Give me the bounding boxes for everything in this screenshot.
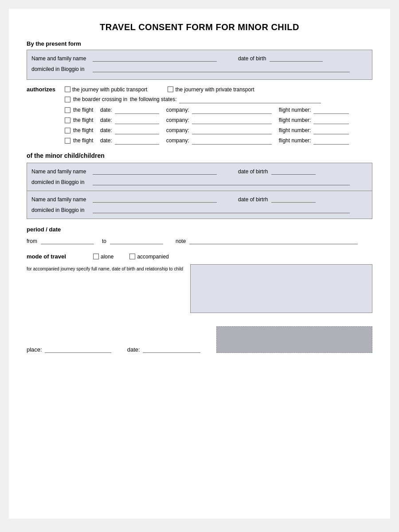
period-row: from to note: [27, 236, 372, 244]
place-group: place:: [27, 345, 111, 353]
from-input[interactable]: [41, 236, 94, 244]
child-2-name-row: Name and family name date of birtrh: [31, 195, 368, 203]
flight-4-company-input[interactable]: [192, 137, 272, 145]
flight-2-date-label: date:: [100, 117, 112, 123]
flight-4-flightnum-input[interactable]: [313, 137, 349, 145]
flight-2-flightnum-input[interactable]: [313, 116, 349, 124]
flight-3-date-label: date:: [100, 127, 112, 133]
flight-1-company-label: company:: [166, 107, 189, 113]
child-1-name-input[interactable]: [93, 167, 217, 175]
flight-1-checkbox[interactable]: [65, 107, 70, 113]
parent-domicile-row: domiciled in Bioggio in: [31, 64, 368, 72]
child-1-dob-input[interactable]: [271, 167, 316, 175]
signature-box: [216, 326, 372, 353]
child-2-dob-label: date of birtrh: [238, 196, 268, 203]
flight-1-flightnum-label: flight number:: [279, 107, 311, 113]
flight-1-date-label: date:: [100, 107, 112, 113]
accompanied-label: accompanied: [137, 254, 168, 260]
parent-name-input[interactable]: [93, 54, 217, 62]
flight-1-label: the flight: [73, 107, 98, 113]
mode-of-travel-section: mode of travel alone accompanied: [27, 253, 372, 260]
child-1-dob-label: date of birtrh: [238, 168, 268, 175]
flight-2-date-input[interactable]: [115, 116, 159, 124]
note-label: note: [176, 238, 186, 244]
flight-2-company-input[interactable]: [192, 116, 272, 124]
following-states-label: the following states:: [130, 96, 176, 102]
border-crossing-checkbox[interactable]: [65, 97, 70, 102]
note-input[interactable]: [189, 236, 358, 244]
from-label: from: [27, 238, 37, 244]
flight-3-flightnum-input[interactable]: [313, 126, 349, 134]
child-boxes: Name and family name date of birtrh domi…: [27, 163, 372, 219]
flight-4-company-label: company:: [166, 137, 189, 144]
states-input[interactable]: [179, 95, 321, 103]
child-1-name-label: Name and family name: [31, 168, 89, 175]
child-2-domicile-row: domiciled in Bioggio in: [31, 205, 368, 213]
bottom-section: place: date:: [27, 326, 372, 353]
child-2-domicile-label: domiciled in Bioggio in: [31, 207, 89, 213]
child-2-domicile-input[interactable]: [93, 205, 350, 213]
public-transport-checkbox[interactable]: [65, 86, 70, 92]
accompanied-section: for accompanied journey specify full nam…: [27, 264, 372, 313]
mode-title: mode of travel: [27, 253, 84, 260]
alone-option: alone: [93, 254, 113, 260]
child-2-name-label: Name and family name: [31, 196, 89, 203]
public-transport-label: the journey with public transport: [72, 86, 147, 93]
accompanied-checkbox[interactable]: [129, 254, 135, 259]
place-input[interactable]: [45, 345, 111, 353]
flight-1-flightnum-input[interactable]: [313, 106, 349, 114]
child-1-name-row: Name and family name date of birtrh: [31, 167, 368, 175]
child-1-box: Name and family name date of birtrh domi…: [27, 163, 372, 191]
to-input[interactable]: [110, 236, 163, 244]
parent-name-label: Name and family name: [31, 55, 89, 62]
flight-2-checkbox[interactable]: [65, 117, 70, 123]
child-1-domicile-label: domiciled in Bioggio in: [31, 179, 89, 185]
flight-row-1: the flight date: company: flight number:: [65, 106, 372, 114]
page: TRAVEL CONSENT FORM FOR MINOR CHILD By t…: [9, 9, 390, 519]
flight-4-label: the flight: [73, 137, 98, 144]
child-2-dob-input[interactable]: [271, 195, 316, 203]
accompanied-option: accompanied: [129, 254, 168, 260]
flight-3-flightnum-label: flight number:: [279, 127, 311, 133]
date-label: date:: [127, 346, 140, 353]
flight-1-company-input[interactable]: [192, 106, 272, 114]
public-transport-option: the journey with public transport: [65, 86, 147, 93]
parent-dob-input[interactable]: [270, 54, 323, 62]
parent-name-row: Name and family name date of birth: [31, 54, 368, 62]
flight-4-checkbox[interactable]: [65, 138, 70, 144]
private-transport-checkbox[interactable]: [168, 86, 173, 92]
by-present-form-label: By the present form: [27, 40, 372, 47]
flight-row-4: the flight date: company: flight number:: [65, 137, 372, 145]
flight-2-company-label: company:: [166, 117, 189, 123]
parent-dob-label: date of birth: [238, 55, 266, 62]
flight-2-label: the flight: [73, 117, 98, 123]
period-section: period / date from to note: [27, 226, 372, 244]
child-1-domicile-input[interactable]: [93, 177, 350, 185]
to-label: to: [102, 238, 106, 244]
private-transport-label: the journery with private transport: [175, 86, 254, 93]
alone-checkbox[interactable]: [93, 254, 99, 259]
flight-1-date-input[interactable]: [115, 106, 159, 114]
flight-3-company-label: company:: [166, 127, 189, 133]
parent-domicile-input[interactable]: [93, 64, 350, 72]
flight-row-3: the flight date: company: flight number:: [65, 126, 372, 134]
flight-4-flightnum-label: flight number:: [279, 137, 311, 144]
child-1-domicile-row: domiciled in Bioggio in: [31, 177, 368, 185]
flight-3-checkbox[interactable]: [65, 128, 70, 133]
flight-4-date-input[interactable]: [115, 137, 159, 145]
place-label: place:: [27, 346, 42, 353]
alone-label: alone: [101, 254, 113, 260]
parent-info-box: Name and family name date of birth domic…: [27, 50, 372, 80]
authorizes-section: authorizes the journey with public trans…: [27, 86, 372, 147]
date-group: date:: [127, 345, 200, 353]
date-input[interactable]: [143, 345, 200, 353]
child-2-name-input[interactable]: [93, 195, 217, 203]
private-transport-option: the journery with private transport: [168, 86, 254, 93]
accompanied-textarea[interactable]: [190, 264, 372, 313]
authorizes-label: authorizes: [27, 86, 62, 93]
flight-3-company-input[interactable]: [192, 126, 272, 134]
flight-3-date-input[interactable]: [115, 126, 159, 134]
flight-2-flightnum-label: flight number:: [279, 117, 311, 123]
child-2-box: Name and family name date of birtrh domi…: [27, 191, 372, 219]
page-title: TRAVEL CONSENT FORM FOR MINOR CHILD: [27, 22, 372, 32]
